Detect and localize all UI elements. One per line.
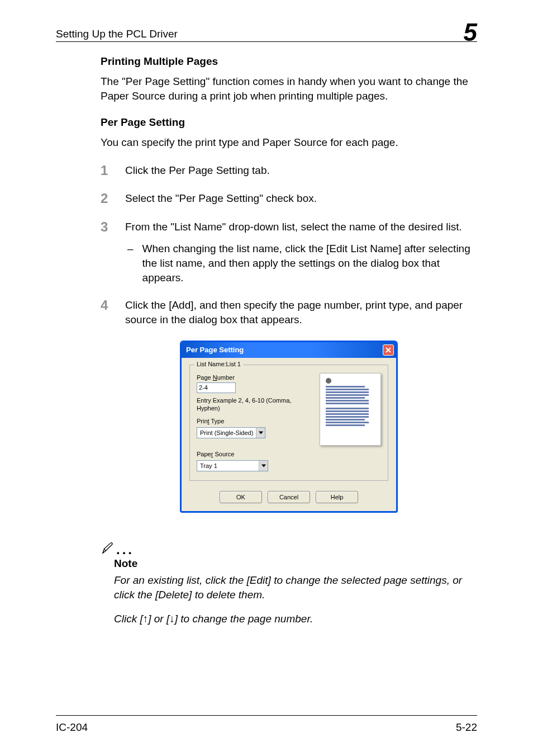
- note-text-2: Click [↑] or [↓] to change the page numb…: [56, 612, 477, 626]
- entry-example-hint: Entry Example 2, 4, 6-10 (Comma, Hyphen): [197, 396, 310, 413]
- step-3: 3 From the "List Name" drop-down list, s…: [101, 220, 477, 285]
- ok-button[interactable]: OK: [220, 491, 262, 503]
- step-number: 1: [101, 163, 113, 178]
- note-dots-icon: ...: [116, 546, 134, 553]
- down-arrow-icon: ↓: [169, 613, 175, 625]
- step-2: 2 Select the "Per Page Setting" check bo…: [101, 191, 477, 206]
- footer-right: 5-22: [456, 721, 477, 734]
- pencil-icon: [101, 541, 115, 555]
- page-header: Setting Up the PCL Driver 5: [56, 18, 477, 42]
- print-type-select[interactable]: Print (Single-Sided): [197, 427, 265, 438]
- dropdown-arrow-icon: [256, 428, 265, 438]
- section-title-printing-multiple-pages: Printing Multiple Pages: [101, 55, 477, 68]
- section-body-printing-multiple-pages: The "Per Page Setting" function comes in…: [101, 74, 477, 103]
- per-page-setting-dialog: Per Page Setting List Name:List 1 Page N…: [180, 341, 398, 513]
- fieldset-legend: List Name:List 1: [194, 361, 243, 367]
- footer-left: IC-204: [56, 721, 88, 734]
- list-name-fieldset: List Name:List 1 Page Number Entry Examp…: [189, 365, 388, 481]
- paper-source-label: Paper Source: [197, 451, 310, 457]
- page-preview-icon: [320, 373, 381, 446]
- cancel-button[interactable]: Cancel: [268, 491, 310, 503]
- substep-dash: –: [127, 242, 134, 285]
- steps-list: 1 Click the Per Page Setting tab. 2 Sele…: [101, 163, 477, 327]
- up-arrow-icon: ↑: [143, 613, 149, 625]
- page-footer: IC-204 5-22: [56, 715, 477, 734]
- close-icon: [386, 347, 391, 353]
- step-text: From the "List Name" drop-down list, sel…: [125, 220, 477, 234]
- step-text: Select the "Per Page Setting" check box.: [125, 191, 477, 206]
- chapter-number: 5: [464, 21, 477, 44]
- step-number: 2: [101, 191, 113, 206]
- substep-text: When changing the list name, click the […: [142, 242, 477, 285]
- paper-source-value: Tray 1: [197, 462, 259, 469]
- dialog-titlebar: Per Page Setting: [182, 342, 396, 358]
- step-text: Click the [Add], and then specify the pa…: [125, 298, 477, 327]
- step-1: 1 Click the Per Page Setting tab.: [101, 163, 477, 178]
- dialog-title: Per Page Setting: [186, 346, 244, 354]
- substep: – When changing the list name, click the…: [125, 242, 477, 285]
- step-number: 4: [101, 298, 113, 327]
- paper-source-select[interactable]: Tray 1: [197, 460, 268, 471]
- step-text: Click the Per Page Setting tab.: [125, 163, 477, 178]
- note-text-1: For an existing list, click the [Edit] t…: [56, 573, 477, 602]
- print-type-value: Print (Single-Sided): [197, 429, 256, 436]
- section-title-per-page-setting: Per Page Setting: [101, 116, 477, 129]
- step-number: 3: [101, 220, 113, 285]
- page-number-input[interactable]: [197, 382, 236, 393]
- step-4: 4 Click the [Add], and then specify the …: [101, 298, 477, 327]
- dropdown-arrow-icon: [259, 461, 268, 471]
- help-button[interactable]: Help: [316, 491, 358, 503]
- note-block: ... Note For an existing list, click the…: [56, 541, 477, 626]
- section-body-per-page-setting: You can specify the print type and Paper…: [101, 135, 477, 150]
- page-number-label: Page Number: [197, 374, 310, 381]
- close-button[interactable]: [383, 344, 394, 356]
- print-type-label: Print Type: [197, 418, 310, 424]
- note-title: Note: [56, 557, 477, 570]
- header-title: Setting Up the PCL Driver: [56, 28, 178, 40]
